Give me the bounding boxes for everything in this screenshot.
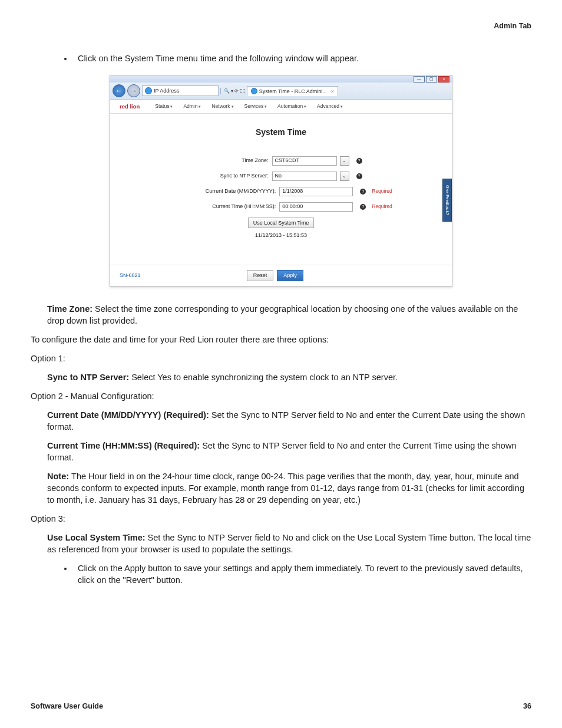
tab-ie-icon: [251, 88, 257, 94]
para-local: Use Local System Time: Set the Sync to N…: [47, 532, 531, 555]
tab-close-icon[interactable]: ×: [331, 88, 334, 95]
window-max-button[interactable]: ▢: [426, 76, 437, 83]
bold-timezone: Time Zone:: [47, 304, 95, 314]
label-time: Current Time (HH:MM:SS):: [170, 203, 276, 210]
menu-automation[interactable]: Automation: [277, 103, 306, 110]
menu-status[interactable]: Status: [155, 103, 173, 110]
page-area: Give Feedback? System Time Time Zone: CS…: [110, 114, 452, 265]
required-time: Required: [372, 203, 392, 210]
help-time-icon[interactable]: ?: [360, 204, 366, 210]
intro-list: Click on the System Time menu time and t…: [31, 52, 531, 64]
dropdown-ntp[interactable]: ⌄: [340, 172, 349, 181]
input-time[interactable]: 00:00:00: [279, 202, 353, 212]
row-time: Current Time (HH:MM:SS): 00:00:00 ? Requ…: [122, 202, 440, 212]
para-ntp: Sync to NTP Server: Select Yes to enable…: [47, 371, 531, 383]
local-time-display: 11/12/2013 - 15:51:53: [122, 232, 440, 239]
favorites-icon[interactable]: ★: [435, 87, 441, 95]
para-opt3: Option 3:: [31, 513, 531, 525]
bold-local: Use Local System Time:: [47, 533, 148, 542]
help-date-icon[interactable]: ?: [360, 189, 366, 195]
label-timezone: Time Zone:: [163, 157, 269, 164]
window-min-button[interactable]: —: [414, 76, 425, 83]
input-ntp[interactable]: No: [272, 172, 337, 181]
ie-icon: [145, 87, 152, 94]
reset-button[interactable]: Reset: [247, 270, 274, 281]
app-menubar: red lion Status Admin Network Services A…: [110, 100, 452, 114]
brand-logo: red lion: [120, 103, 140, 110]
search-tools: 🔍 ▾ ⟳ ⛶: [220, 88, 245, 94]
use-local-time-button[interactable]: Use Local System Time: [248, 218, 315, 228]
input-date[interactable]: 1/1/2008: [279, 187, 353, 196]
row-timezone: Time Zone: CST6CDT ⌄ ?: [122, 156, 440, 166]
browser-tab[interactable]: System Time - RLC Admini... ×: [247, 86, 338, 96]
label-ntp: Sync to NTP Server:: [163, 172, 269, 179]
text-ntp: Select Yes to enable synchronizing the s…: [131, 373, 398, 382]
screenshot-window: — ▢ x ← → IP Address 🔍 ▾ ⟳ ⛶ System Time…: [110, 75, 452, 286]
apply-list: Click on the Apply button to save your s…: [31, 562, 531, 586]
bold-date: Current Date (MM/DD/YYYY) (Required):: [47, 410, 211, 420]
nav-back-button[interactable]: ←: [113, 84, 125, 97]
bold-note: Note:: [47, 472, 71, 481]
dropdown-timezone[interactable]: ⌄: [340, 156, 349, 166]
window-titlebar: — ▢ x: [110, 75, 452, 83]
home-icon[interactable]: ⌂: [428, 87, 432, 95]
menu-admin[interactable]: Admin: [183, 103, 201, 110]
row-ntp: Sync to NTP Server: No ⌄ ?: [122, 172, 440, 181]
help-timezone-icon[interactable]: ?: [356, 158, 362, 164]
para-opt1: Option 1:: [31, 353, 531, 364]
section-header: Admin Tab: [31, 21, 531, 31]
apply-bullet: Click on the Apply button to save your s…: [73, 562, 531, 586]
tab-title: System Time - RLC Admini...: [259, 88, 327, 95]
address-text: IP Address: [154, 87, 179, 94]
address-row: ← → IP Address 🔍 ▾ ⟳ ⛶ System Time - RLC…: [110, 83, 452, 100]
address-bar[interactable]: IP Address: [142, 85, 219, 96]
menu-advanced[interactable]: Advanced: [317, 103, 343, 110]
page-title: System Time: [122, 127, 440, 138]
text-timezone: Select the time zone corresponding to yo…: [47, 304, 518, 325]
para-opt2: Option 2 - Manual Configuration:: [31, 390, 531, 402]
para-cfg-intro: To configure the date and time for your …: [31, 334, 531, 345]
menu-network[interactable]: Network: [211, 103, 233, 110]
required-date: Required: [372, 188, 392, 195]
apply-button[interactable]: Apply: [277, 270, 303, 281]
para-date: Current Date (MM/DD/YYYY) (Required): Se…: [47, 409, 531, 433]
bold-ntp: Sync to NTP Server:: [47, 373, 131, 382]
feedback-tab[interactable]: Give Feedback?: [442, 179, 452, 222]
settings-icon[interactable]: ⚙: [444, 87, 449, 95]
toolbar-icons: ⌂ ★ ⚙: [428, 87, 449, 95]
screenshot-footer: SN-6821 Reset Apply: [110, 265, 452, 285]
label-date: Current Date (MM/DD/YYYY):: [170, 187, 276, 195]
para-timezone: Time Zone: Select the time zone correspo…: [47, 303, 531, 327]
sn-link[interactable]: SN-6821: [120, 272, 141, 279]
para-time: Current Time (HH:MM:SS) (Required): Set …: [47, 440, 531, 463]
text-note: The Hour field in on the 24-hour time cl…: [47, 472, 524, 505]
nav-forward-button[interactable]: →: [127, 84, 140, 97]
window-close-button[interactable]: x: [438, 76, 449, 83]
row-date: Current Date (MM/DD/YYYY): 1/1/2008 ? Re…: [122, 187, 440, 196]
bold-time: Current Time (HH:MM:SS) (Required):: [47, 441, 202, 450]
menu-services[interactable]: Services: [244, 103, 267, 110]
input-timezone[interactable]: CST6CDT: [272, 156, 337, 166]
para-note: Note: The Hour field in on the 24-hour t…: [47, 470, 531, 506]
intro-bullet: Click on the System Time menu time and t…: [73, 52, 531, 64]
help-ntp-icon[interactable]: ?: [356, 173, 362, 179]
